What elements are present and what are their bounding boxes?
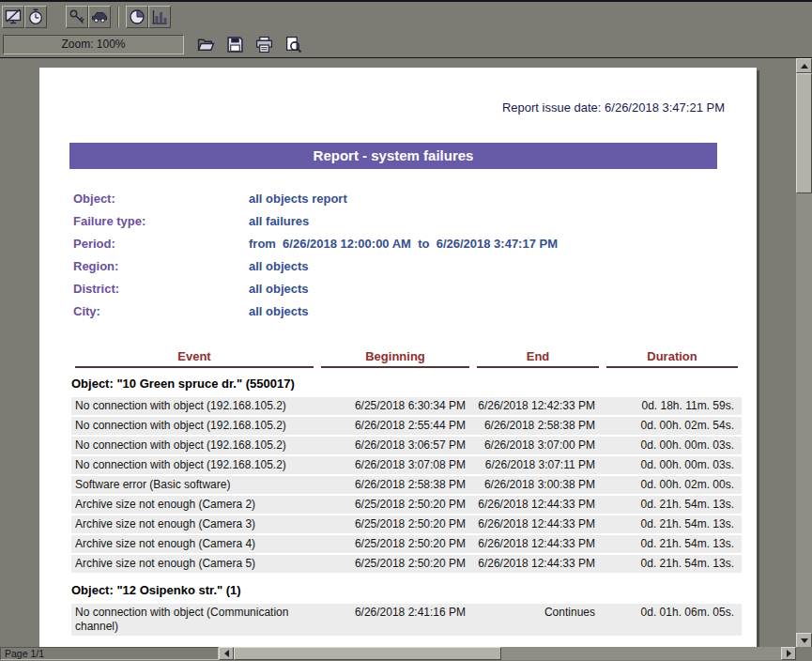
scroll-down-button[interactable] xyxy=(796,633,812,647)
car-button[interactable] xyxy=(88,6,111,28)
column-header-event: Event xyxy=(75,349,314,368)
timer-icon xyxy=(27,8,44,25)
table-row: Archive size not enough (Camera 3)6/25/2… xyxy=(71,515,742,533)
table-header-row: Event Beginning End Duration xyxy=(71,349,742,368)
report-page: Report issue date: 6/26/2018 3:47:21 PM … xyxy=(39,68,757,647)
vertical-scroll-thumb[interactable] xyxy=(796,73,812,193)
car-icon xyxy=(91,8,108,25)
table-row: No connection with object (192.168.105.2… xyxy=(71,437,742,454)
arrow-up-icon xyxy=(801,64,808,69)
parameter-row: District: all objects xyxy=(73,282,757,304)
parameter-label: Object: xyxy=(73,192,249,206)
monitor-icon xyxy=(5,8,22,25)
table-cell-end: 6/26/2018 12:42:33 PM xyxy=(473,397,603,415)
table-row: Software error (Basic software)6/26/2018… xyxy=(71,476,742,494)
page-indicator: Page 1/1 xyxy=(0,647,219,660)
parameter-row: Period: from 6/26/2018 12:00:00 AM to 6/… xyxy=(73,237,757,259)
arrow-down-icon xyxy=(801,638,808,643)
vertical-scrollbar[interactable] xyxy=(796,58,812,647)
open-folder-icon xyxy=(197,36,215,54)
table-cell-event: Archive size not enough (Camera 2) xyxy=(71,496,317,514)
preview-icon xyxy=(284,36,302,54)
parameter-label: Failure type: xyxy=(73,214,249,228)
key-button[interactable] xyxy=(66,6,88,28)
table-cell-duration: 0d. 01h. 06m. 05s. xyxy=(603,604,742,636)
scroll-right-button[interactable] xyxy=(781,647,796,660)
table-row: No connection with object (192.168.105.2… xyxy=(71,456,742,474)
pie-chart-button[interactable] xyxy=(126,6,148,28)
table-cell-beginning: 6/25/2018 2:50:20 PM xyxy=(317,515,473,533)
table-cell-beginning: 6/25/2018 6:30:34 PM xyxy=(317,397,473,415)
table-cell-event: No connection with object (192.168.105.2… xyxy=(71,456,317,474)
view-toolbar: Zoom: 100% xyxy=(0,31,812,57)
parameter-value: all failures xyxy=(249,214,309,228)
monitor-button[interactable] xyxy=(2,6,24,28)
report-view-area: Report issue date: 6/26/2018 3:47:21 PM … xyxy=(0,57,812,647)
bar-chart-icon xyxy=(151,8,168,25)
table-cell-beginning: 6/25/2018 2:50:20 PM xyxy=(317,496,473,514)
parameter-row: City: all objects xyxy=(73,304,757,327)
table-cell-end: 6/26/2018 12:44:33 PM xyxy=(473,535,603,553)
parameter-label: City: xyxy=(73,304,249,318)
table-cell-beginning: 6/26/2018 3:07:08 PM xyxy=(317,456,473,474)
print-icon xyxy=(255,36,273,54)
toolbar-separator xyxy=(117,7,119,27)
table-cell-beginning: 6/26/2018 2:58:38 PM xyxy=(317,476,473,494)
main-toolbar xyxy=(0,2,812,31)
table-cell-duration: 0d. 21h. 54m. 13s. xyxy=(603,515,742,533)
column-header-beginning: Beginning xyxy=(321,349,469,368)
timer-button[interactable] xyxy=(24,6,47,28)
table-row: No connection with object (Communication… xyxy=(71,604,742,636)
report-title-banner: Report - system failures xyxy=(69,143,717,169)
object-section-title: Object: "47 John Reed str." (550016) xyxy=(71,638,742,647)
view-toolbar-buttons xyxy=(193,33,310,55)
column-header-duration: Duration xyxy=(606,349,738,368)
table-cell-end: 6/26/2018 3:00:38 PM xyxy=(473,476,603,494)
parameter-row: Failure type: all failures xyxy=(73,214,757,237)
table-cell-duration: 0d. 00h. 02m. 54s. xyxy=(603,417,742,435)
table-cell-event: No connection with object (192.168.105.2… xyxy=(71,437,317,454)
parameter-label: Region: xyxy=(73,259,249,273)
table-cell-event: Archive size not enough (Camera 4) xyxy=(71,535,317,553)
table-cell-beginning: 6/26/2018 2:41:16 PM xyxy=(317,604,473,636)
table-row: Archive size not enough (Camera 2)6/25/2… xyxy=(71,496,742,514)
table-cell-duration: 0d. 00h. 02m. 00s. xyxy=(603,476,742,494)
table-cell-duration: 0d. 00h. 00m. 03s. xyxy=(603,437,742,454)
table-cell-duration: 0d. 21h. 54m. 13s. xyxy=(603,496,742,514)
preview-button[interactable] xyxy=(281,33,305,55)
save-icon xyxy=(226,36,244,54)
horizontal-scrollbar[interactable] xyxy=(219,647,796,660)
arrow-right-icon xyxy=(787,650,791,657)
table-cell-duration: 0d. 00h. 00m. 03s. xyxy=(603,456,742,474)
scroll-left-button[interactable] xyxy=(219,647,234,660)
scrollbar-corner xyxy=(796,647,812,660)
parameter-value: all objects report xyxy=(249,192,347,206)
table-cell-event: Archive size not enough (Camera 3) xyxy=(71,515,317,533)
horizontal-scroll-thumb[interactable] xyxy=(234,647,501,660)
table-cell-end: 6/26/2018 12:44:33 PM xyxy=(473,496,603,514)
table-cell-beginning: 6/26/2018 3:06:57 PM xyxy=(317,437,473,454)
zoom-control[interactable]: Zoom: 100% xyxy=(3,35,184,54)
open-button[interactable] xyxy=(193,33,218,55)
save-button[interactable] xyxy=(222,33,247,55)
parameter-row: Region: all objects xyxy=(73,259,757,282)
table-cell-end: 6/26/2018 12:44:33 PM xyxy=(473,515,603,533)
parameter-row: Object: all objects report xyxy=(73,192,757,214)
table-row: Archive size not enough (Camera 4)6/25/2… xyxy=(71,535,742,553)
parameter-value: all objects xyxy=(249,259,309,273)
table-cell-beginning: 6/26/2018 2:55:44 PM xyxy=(317,417,473,435)
table-cell-end: 6/26/2018 3:07:00 PM xyxy=(473,437,603,454)
bar-chart-button[interactable] xyxy=(148,6,171,28)
pie-chart-icon xyxy=(129,8,146,25)
scroll-up-button[interactable] xyxy=(796,58,812,73)
table-cell-event: No connection with object (192.168.105.2… xyxy=(71,417,317,435)
events-table: Event Beginning End Duration Object: "10… xyxy=(71,349,742,647)
table-cell-event: Archive size not enough (Camera 5) xyxy=(71,555,317,573)
print-button[interactable] xyxy=(252,33,276,55)
parameter-label: Period: xyxy=(73,237,249,251)
table-cell-duration: 0d. 21h. 54m. 13s. xyxy=(603,535,742,553)
report-parameters: Object: all objects report Failure type:… xyxy=(73,192,757,327)
table-cell-event: No connection with object (Communication… xyxy=(71,604,317,636)
report-issue-date: Report issue date: 6/26/2018 3:47:21 PM xyxy=(39,68,757,115)
key-icon xyxy=(69,8,85,25)
